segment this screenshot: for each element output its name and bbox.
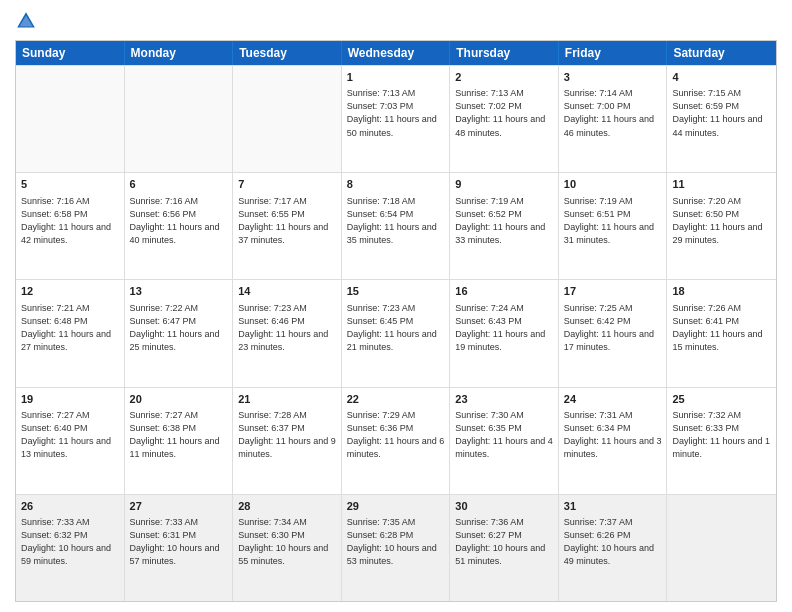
cell-info: Sunrise: 7:16 AMSunset: 6:58 PMDaylight:… bbox=[21, 195, 119, 247]
cell-info: Sunrise: 7:19 AMSunset: 6:51 PMDaylight:… bbox=[564, 195, 662, 247]
cal-cell: 4Sunrise: 7:15 AMSunset: 6:59 PMDaylight… bbox=[667, 66, 776, 172]
day-number: 2 bbox=[455, 70, 553, 85]
day-number: 21 bbox=[238, 392, 336, 407]
day-number: 6 bbox=[130, 177, 228, 192]
cell-info: Sunrise: 7:13 AMSunset: 7:02 PMDaylight:… bbox=[455, 87, 553, 139]
cal-cell bbox=[16, 66, 125, 172]
cal-cell: 26Sunrise: 7:33 AMSunset: 6:32 PMDayligh… bbox=[16, 495, 125, 601]
cal-cell: 24Sunrise: 7:31 AMSunset: 6:34 PMDayligh… bbox=[559, 388, 668, 494]
cal-cell: 18Sunrise: 7:26 AMSunset: 6:41 PMDayligh… bbox=[667, 280, 776, 386]
cell-info: Sunrise: 7:13 AMSunset: 7:03 PMDaylight:… bbox=[347, 87, 445, 139]
calendar-header: SundayMondayTuesdayWednesdayThursdayFrid… bbox=[16, 41, 776, 65]
cal-header-wednesday: Wednesday bbox=[342, 41, 451, 65]
cal-cell: 21Sunrise: 7:28 AMSunset: 6:37 PMDayligh… bbox=[233, 388, 342, 494]
cal-header-monday: Monday bbox=[125, 41, 234, 65]
day-number: 12 bbox=[21, 284, 119, 299]
day-number: 26 bbox=[21, 499, 119, 514]
day-number: 8 bbox=[347, 177, 445, 192]
cal-cell: 3Sunrise: 7:14 AMSunset: 7:00 PMDaylight… bbox=[559, 66, 668, 172]
cal-cell: 12Sunrise: 7:21 AMSunset: 6:48 PMDayligh… bbox=[16, 280, 125, 386]
day-number: 9 bbox=[455, 177, 553, 192]
cal-cell: 30Sunrise: 7:36 AMSunset: 6:27 PMDayligh… bbox=[450, 495, 559, 601]
cell-info: Sunrise: 7:21 AMSunset: 6:48 PMDaylight:… bbox=[21, 302, 119, 354]
cal-cell: 22Sunrise: 7:29 AMSunset: 6:36 PMDayligh… bbox=[342, 388, 451, 494]
cal-cell bbox=[125, 66, 234, 172]
day-number: 4 bbox=[672, 70, 771, 85]
day-number: 7 bbox=[238, 177, 336, 192]
cell-info: Sunrise: 7:20 AMSunset: 6:50 PMDaylight:… bbox=[672, 195, 771, 247]
cal-week-4: 19Sunrise: 7:27 AMSunset: 6:40 PMDayligh… bbox=[16, 387, 776, 494]
cal-header-friday: Friday bbox=[559, 41, 668, 65]
day-number: 10 bbox=[564, 177, 662, 192]
cal-cell: 2Sunrise: 7:13 AMSunset: 7:02 PMDaylight… bbox=[450, 66, 559, 172]
cal-cell: 17Sunrise: 7:25 AMSunset: 6:42 PMDayligh… bbox=[559, 280, 668, 386]
cal-cell: 14Sunrise: 7:23 AMSunset: 6:46 PMDayligh… bbox=[233, 280, 342, 386]
day-number: 13 bbox=[130, 284, 228, 299]
cell-info: Sunrise: 7:16 AMSunset: 6:56 PMDaylight:… bbox=[130, 195, 228, 247]
cell-info: Sunrise: 7:26 AMSunset: 6:41 PMDaylight:… bbox=[672, 302, 771, 354]
cal-cell: 20Sunrise: 7:27 AMSunset: 6:38 PMDayligh… bbox=[125, 388, 234, 494]
cal-cell: 19Sunrise: 7:27 AMSunset: 6:40 PMDayligh… bbox=[16, 388, 125, 494]
cal-cell bbox=[233, 66, 342, 172]
cell-info: Sunrise: 7:24 AMSunset: 6:43 PMDaylight:… bbox=[455, 302, 553, 354]
cell-info: Sunrise: 7:22 AMSunset: 6:47 PMDaylight:… bbox=[130, 302, 228, 354]
day-number: 22 bbox=[347, 392, 445, 407]
cal-cell: 6Sunrise: 7:16 AMSunset: 6:56 PMDaylight… bbox=[125, 173, 234, 279]
day-number: 27 bbox=[130, 499, 228, 514]
day-number: 16 bbox=[455, 284, 553, 299]
day-number: 5 bbox=[21, 177, 119, 192]
logo bbox=[15, 10, 41, 32]
cal-cell: 23Sunrise: 7:30 AMSunset: 6:35 PMDayligh… bbox=[450, 388, 559, 494]
cell-info: Sunrise: 7:29 AMSunset: 6:36 PMDaylight:… bbox=[347, 409, 445, 461]
cal-cell: 11Sunrise: 7:20 AMSunset: 6:50 PMDayligh… bbox=[667, 173, 776, 279]
cell-info: Sunrise: 7:15 AMSunset: 6:59 PMDaylight:… bbox=[672, 87, 771, 139]
cell-info: Sunrise: 7:33 AMSunset: 6:31 PMDaylight:… bbox=[130, 516, 228, 568]
cal-cell: 5Sunrise: 7:16 AMSunset: 6:58 PMDaylight… bbox=[16, 173, 125, 279]
cell-info: Sunrise: 7:18 AMSunset: 6:54 PMDaylight:… bbox=[347, 195, 445, 247]
cell-info: Sunrise: 7:34 AMSunset: 6:30 PMDaylight:… bbox=[238, 516, 336, 568]
day-number: 31 bbox=[564, 499, 662, 514]
cell-info: Sunrise: 7:35 AMSunset: 6:28 PMDaylight:… bbox=[347, 516, 445, 568]
cal-cell: 15Sunrise: 7:23 AMSunset: 6:45 PMDayligh… bbox=[342, 280, 451, 386]
cal-header-tuesday: Tuesday bbox=[233, 41, 342, 65]
cell-info: Sunrise: 7:23 AMSunset: 6:46 PMDaylight:… bbox=[238, 302, 336, 354]
day-number: 25 bbox=[672, 392, 771, 407]
day-number: 18 bbox=[672, 284, 771, 299]
cal-cell: 8Sunrise: 7:18 AMSunset: 6:54 PMDaylight… bbox=[342, 173, 451, 279]
cell-info: Sunrise: 7:28 AMSunset: 6:37 PMDaylight:… bbox=[238, 409, 336, 461]
cal-cell: 29Sunrise: 7:35 AMSunset: 6:28 PMDayligh… bbox=[342, 495, 451, 601]
cell-info: Sunrise: 7:33 AMSunset: 6:32 PMDaylight:… bbox=[21, 516, 119, 568]
page: SundayMondayTuesdayWednesdayThursdayFrid… bbox=[0, 0, 792, 612]
cal-cell bbox=[667, 495, 776, 601]
cal-header-thursday: Thursday bbox=[450, 41, 559, 65]
cal-cell: 25Sunrise: 7:32 AMSunset: 6:33 PMDayligh… bbox=[667, 388, 776, 494]
day-number: 20 bbox=[130, 392, 228, 407]
cell-info: Sunrise: 7:30 AMSunset: 6:35 PMDaylight:… bbox=[455, 409, 553, 461]
day-number: 14 bbox=[238, 284, 336, 299]
cell-info: Sunrise: 7:27 AMSunset: 6:38 PMDaylight:… bbox=[130, 409, 228, 461]
day-number: 1 bbox=[347, 70, 445, 85]
day-number: 29 bbox=[347, 499, 445, 514]
cal-cell: 9Sunrise: 7:19 AMSunset: 6:52 PMDaylight… bbox=[450, 173, 559, 279]
cal-cell: 31Sunrise: 7:37 AMSunset: 6:26 PMDayligh… bbox=[559, 495, 668, 601]
cell-info: Sunrise: 7:37 AMSunset: 6:26 PMDaylight:… bbox=[564, 516, 662, 568]
logo-icon bbox=[15, 10, 37, 32]
cell-info: Sunrise: 7:14 AMSunset: 7:00 PMDaylight:… bbox=[564, 87, 662, 139]
cell-info: Sunrise: 7:17 AMSunset: 6:55 PMDaylight:… bbox=[238, 195, 336, 247]
day-number: 23 bbox=[455, 392, 553, 407]
cal-cell: 13Sunrise: 7:22 AMSunset: 6:47 PMDayligh… bbox=[125, 280, 234, 386]
day-number: 28 bbox=[238, 499, 336, 514]
cal-week-5: 26Sunrise: 7:33 AMSunset: 6:32 PMDayligh… bbox=[16, 494, 776, 601]
day-number: 3 bbox=[564, 70, 662, 85]
cell-info: Sunrise: 7:36 AMSunset: 6:27 PMDaylight:… bbox=[455, 516, 553, 568]
cal-week-3: 12Sunrise: 7:21 AMSunset: 6:48 PMDayligh… bbox=[16, 279, 776, 386]
cell-info: Sunrise: 7:27 AMSunset: 6:40 PMDaylight:… bbox=[21, 409, 119, 461]
calendar-body: 1Sunrise: 7:13 AMSunset: 7:03 PMDaylight… bbox=[16, 65, 776, 601]
cell-info: Sunrise: 7:19 AMSunset: 6:52 PMDaylight:… bbox=[455, 195, 553, 247]
cal-cell: 1Sunrise: 7:13 AMSunset: 7:03 PMDaylight… bbox=[342, 66, 451, 172]
day-number: 11 bbox=[672, 177, 771, 192]
cell-info: Sunrise: 7:23 AMSunset: 6:45 PMDaylight:… bbox=[347, 302, 445, 354]
day-number: 19 bbox=[21, 392, 119, 407]
cal-cell: 16Sunrise: 7:24 AMSunset: 6:43 PMDayligh… bbox=[450, 280, 559, 386]
day-number: 24 bbox=[564, 392, 662, 407]
